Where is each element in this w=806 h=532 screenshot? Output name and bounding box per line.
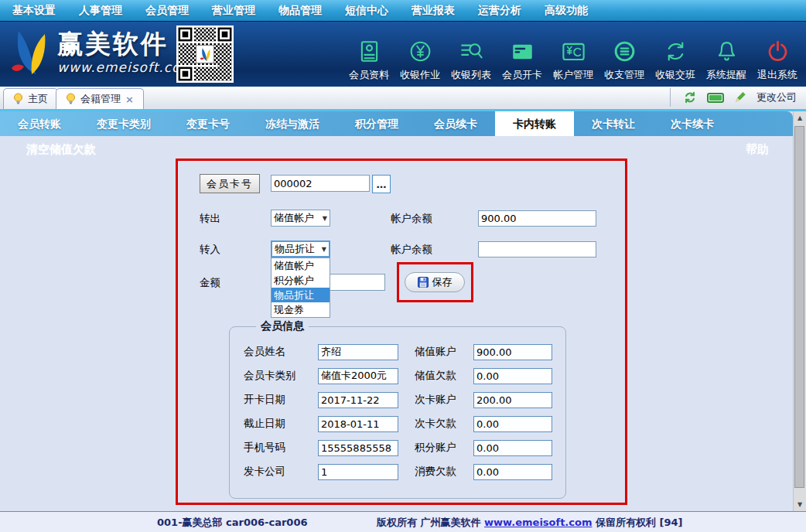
transfer-in-label: 转入 [200,243,220,257]
subtab-change-card-no[interactable]: 变更卡号 [169,111,248,136]
tab-home[interactable]: 主页 [3,88,58,109]
clear-stored-debt-button[interactable]: 清空储值欠款 [26,142,96,157]
consumption-debt-input[interactable] [473,464,552,480]
brand-url: www.emeisoft.com [57,60,194,75]
member-card-no-button[interactable]: 会员卡号 [200,174,260,193]
points-account-input[interactable] [473,440,552,456]
subtab-change-card-type[interactable]: 变更卡类别 [79,111,169,136]
stored-value-debt-input[interactable] [473,368,552,384]
field-label: 储值欠款 [415,369,473,383]
field-label: 会员卡类别 [244,369,318,383]
transfer-out-value: 储值帐户 [274,211,314,225]
save-button[interactable]: 保存 [405,272,465,292]
menu-item-members[interactable]: 会员管理 [145,4,189,18]
transfer-out-select[interactable]: 储值帐户 [271,210,330,227]
tab-membership-mgmt[interactable]: 会籍管理 × [56,88,144,109]
toolbar-system-reminder[interactable]: 系统提醒 [701,24,752,86]
menu-item-hr[interactable]: 人事管理 [79,4,122,18]
member-info-row: 手机号码 积分账户 [244,439,565,456]
list-circle-icon [611,38,638,65]
tab-membership-label: 会籍管理 [80,92,121,106]
stored-value-account-input[interactable] [473,344,552,360]
toolbar-cashier-work[interactable]: 收银作业 [394,24,446,86]
card-type-input[interactable] [318,368,398,384]
emeisoft-link[interactable]: www.emeisoft.com [484,517,592,528]
tab-close-icon[interactable]: × [125,94,134,105]
menu-item-sms[interactable]: 短信中心 [345,4,388,18]
toolbar-label: 退出系统 [757,68,797,82]
subtab-freeze-activate[interactable]: 冻结与激活 [248,111,337,136]
field-label: 截止日期 [244,417,318,431]
transfer-in-select[interactable]: 物品折让 [271,240,330,257]
tabbar-right-tools: 更改公司 [670,88,797,107]
pencil-icon[interactable] [734,91,746,104]
subtab-times-card-renewal[interactable]: 次卡续卡 [653,111,732,136]
scrollbar-up-arrow[interactable]: ▲ [794,111,806,124]
transfer-in-dropdown-list: 储值帐户 积分帐户 物品折让 现金券 [271,257,330,318]
balance-in-label: 帐户余额 [391,243,432,257]
toolbar-shift-change[interactable]: 收银交班 [650,24,701,86]
toolbar-member-card[interactable]: 会员开卡 [497,24,548,86]
subtab-member-renewal[interactable]: 会员续卡 [416,111,495,136]
subtab-times-card-transfer[interactable]: 次卡转让 [574,111,653,136]
browse-button[interactable]: … [372,175,391,193]
scrollbar-thumb[interactable] [794,126,804,488]
open-date-input[interactable] [318,392,398,408]
field-label: 积分账户 [415,441,473,455]
content-area: 清空储值欠款 帮助 会员卡号 … 转出 储值帐户 帐户余额 转入 物品折让 帐户… [0,136,806,511]
copyright-text: 版权所有 广州赢美软件 www.emeisoft.com 保留所有权利 [94] [377,516,683,530]
power-icon [764,38,791,65]
field-label: 次卡账户 [415,393,473,407]
cashier-yen-icon [407,38,434,65]
floppy-disk-icon [418,277,429,288]
menu-item-reports[interactable]: 营业报表 [412,4,455,18]
member-name-input[interactable] [318,344,398,360]
toolbar-income-expense[interactable]: 收支管理 [599,24,650,86]
member-info-row: 发卡公司 消费欠款 [244,463,565,480]
app-window: 基本设置 人事管理 会员管理 营业管理 物品管理 短信中心 营业报表 运营分析 … [0,0,806,532]
dropdown-option-stored-value[interactable]: 储值帐户 [272,258,330,273]
subtab-points-mgmt[interactable]: 积分管理 [337,111,416,136]
dropdown-option-goods-discount[interactable]: 物品折让 [272,288,330,302]
header-toolbar: 会员资料 收银作业 收银列表 会员开卡 [343,24,803,86]
store-info-text: 001-赢美总部 car006-car006 [157,516,308,530]
help-button[interactable]: 帮助 [746,142,769,157]
brand-block: 赢美软件 www.emeisoft.com [57,29,194,75]
toolbar-label: 收银作业 [400,68,440,82]
field-label: 会员姓名 [244,345,318,359]
member-card-no-input[interactable] [271,175,370,192]
toolbar-account-mgmt[interactable]: 帐户管理 [548,24,599,86]
transfer-out-label: 转出 [200,212,220,226]
member-info-row: 开卡日期 次卡账户 [244,391,565,408]
toolbar-logout[interactable]: 退出系统 [752,24,803,86]
phone-number-input[interactable] [318,440,398,456]
member-info-title: 会员信息 [256,319,309,333]
tab-home-label: 主页 [28,92,48,106]
balance-out-input[interactable] [478,210,596,227]
menu-item-goods[interactable]: 物品管理 [278,4,322,18]
issuing-company-input[interactable] [318,464,398,480]
subtab-in-card-transfer[interactable]: 卡内转账 [495,111,574,136]
member-info-row: 截止日期 次卡欠款 [244,415,565,432]
card-status-icon[interactable] [707,93,724,103]
menu-item-analytics[interactable]: 运营分析 [478,4,521,18]
change-company-button[interactable]: 更改公司 [756,90,797,104]
subtab-member-transfer[interactable]: 会员转账 [0,111,79,136]
brand-name: 赢美软件 [57,29,194,60]
menu-item-business[interactable]: 营业管理 [212,4,255,18]
toolbar-member-profile[interactable]: 会员资料 [343,24,394,86]
expiry-date-input[interactable] [318,416,398,432]
refresh-icon[interactable] [683,90,697,104]
times-card-debt-input[interactable] [473,416,552,432]
menu-item-advanced[interactable]: 高级功能 [545,4,588,18]
search-list-icon [458,38,485,65]
toolbar-label: 收银列表 [451,68,491,82]
times-card-account-input[interactable] [473,392,552,408]
dropdown-option-points[interactable]: 积分帐户 [272,273,330,288]
balance-in-input[interactable] [478,241,596,257]
qr-code [176,26,234,83]
menu-item-basic-settings[interactable]: 基本设置 [12,4,56,18]
dropdown-option-cash-coupon[interactable]: 现金券 [272,302,330,317]
scrollbar-down-arrow[interactable]: ▼ [794,498,806,511]
toolbar-cashier-list[interactable]: 收银列表 [446,24,497,86]
